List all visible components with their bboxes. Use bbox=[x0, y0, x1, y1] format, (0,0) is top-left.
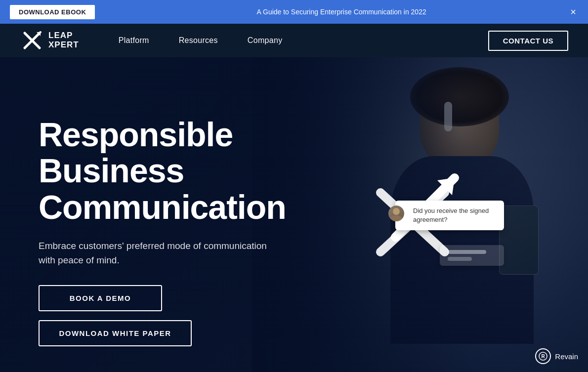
revain-icon: R bbox=[535, 348, 551, 364]
book-demo-button[interactable]: BOOK A DEMO bbox=[39, 285, 162, 311]
chat-bubble-text: Did you receive the signed agreement? bbox=[403, 207, 496, 224]
reply-bar-1 bbox=[448, 250, 486, 254]
nav-resources[interactable]: Resources bbox=[179, 36, 218, 45]
hero-subtitle: Embrace customers' preferred mode of com… bbox=[39, 239, 276, 267]
download-ebook-button[interactable]: DOWNLOAD EBOOK bbox=[10, 5, 95, 19]
chat-bubble: Did you receive the signed agreement? bbox=[395, 201, 504, 230]
logo-text-xpert: XPERT bbox=[48, 41, 79, 50]
announcement-text: A Guide to Securing Enterprise Communica… bbox=[105, 8, 578, 16]
nav-links: Platform Resources Company bbox=[119, 36, 488, 45]
reply-bar-2 bbox=[448, 257, 472, 261]
revain-label: Revain bbox=[555, 352, 578, 361]
nav-platform[interactable]: Platform bbox=[119, 36, 149, 45]
svg-point-9 bbox=[393, 208, 400, 215]
announcement-bar: DOWNLOAD EBOOK A Guide to Securing Enter… bbox=[0, 0, 588, 24]
logo-text-leap: LEAP bbox=[48, 31, 79, 41]
download-white-paper-button[interactable]: DOWNLOAD WHITE PAPER bbox=[39, 320, 192, 346]
hero-section: Did you receive the signed agreement? Re… bbox=[0, 57, 588, 372]
hero-content: Responsible Business Communication Embra… bbox=[39, 117, 286, 346]
close-announcement-button[interactable]: × bbox=[566, 6, 580, 18]
navbar: LEAP XPERT Platform Resources Company CO… bbox=[0, 24, 588, 57]
avatar bbox=[388, 206, 404, 221]
chat-reply-bubble bbox=[440, 245, 504, 266]
logo[interactable]: LEAP XPERT bbox=[20, 28, 79, 53]
nav-company[interactable]: Company bbox=[248, 36, 283, 45]
revain-badge: R Revain bbox=[535, 348, 578, 364]
leapxpert-logo-icon bbox=[20, 28, 44, 53]
hero-title: Responsible Business Communication bbox=[39, 117, 286, 225]
svg-text:R: R bbox=[542, 354, 546, 359]
contact-us-button[interactable]: CONTACT US bbox=[488, 31, 568, 51]
